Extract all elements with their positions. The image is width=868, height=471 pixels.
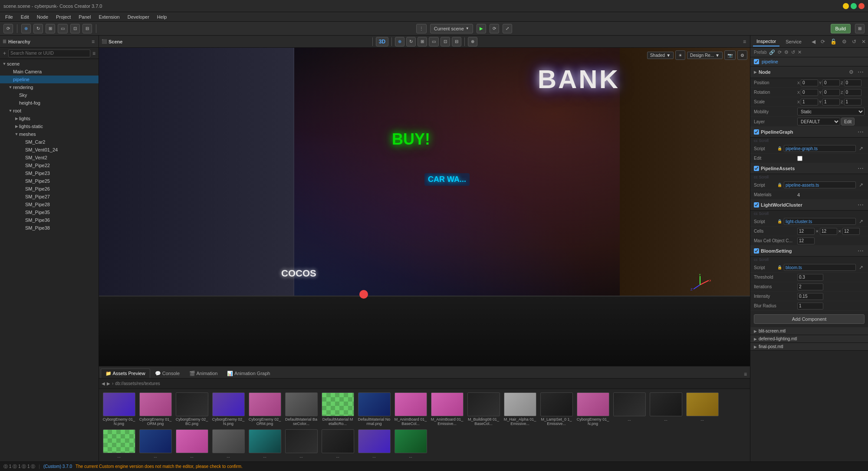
rotation-y-input[interactable] — [822, 89, 840, 96]
hierarchy-tree-item-10[interactable]: SM_Car2 — [0, 138, 99, 146]
inspector-refresh-btn[interactable]: ⟳ — [819, 38, 826, 46]
menu-extension[interactable]: Extension — [95, 13, 123, 20]
pipeline-assets-checkbox[interactable] — [754, 166, 759, 171]
path-back-btn[interactable]: ◀ — [102, 381, 105, 386]
hierarchy-tree-item-0[interactable]: ▼scene — [0, 60, 99, 68]
asset-item-20[interactable]: ... — [211, 428, 246, 459]
asset-item-12[interactable]: M_LampSet_0 1_Emissive... — [539, 392, 574, 427]
hierarchy-tree-item-19[interactable]: SM_Pipe35 — [0, 208, 99, 216]
blur-radius-input[interactable] — [797, 303, 823, 310]
pa-script-value[interactable]: pipeline-assets.ts — [784, 181, 856, 188]
scene-canvas[interactable]: BANK BUY! CAR WA... COCOS X Y Z — [99, 48, 750, 366]
hierarchy-tree-item-8[interactable]: ▶lights-static — [0, 122, 99, 130]
scale-x-input[interactable] — [801, 99, 818, 105]
bloom-script-value[interactable]: bloom.ts — [784, 264, 856, 271]
asset-item-10[interactable]: M_Building08 01_BaseCol... — [466, 392, 501, 427]
hierarchy-tree-item-14[interactable]: SM_Pipe23 — [0, 169, 99, 177]
hierarchy-tree-item-11[interactable]: SM_Vent01_24 — [0, 146, 99, 154]
hierarchy-tree-item-15[interactable]: SM_Pipe25 — [0, 177, 99, 185]
tab-inspector[interactable]: Inspector — [753, 37, 779, 46]
hierarchy-tree-item-13[interactable]: SM_Pipe22 — [0, 161, 99, 169]
blit-screen-section[interactable]: ▶ blit-screen.mtl — [750, 327, 868, 335]
intensity-input[interactable] — [797, 293, 823, 300]
rotation-z-input[interactable] — [844, 89, 861, 96]
toolbar-pause-btn[interactable]: ⟳ — [490, 24, 499, 33]
menu-file[interactable]: File — [2, 13, 16, 20]
rotation-x-input[interactable] — [801, 89, 818, 96]
position-x-input[interactable] — [801, 79, 818, 86]
bloom-checkbox[interactable] — [754, 248, 759, 254]
scene-rotate-btn2[interactable]: ↻ — [406, 37, 416, 46]
scene-transform-btn2[interactable]: ⊡ — [441, 37, 450, 46]
prefab-close-icon[interactable]: ✕ — [798, 49, 802, 55]
hierarchy-tree-item-5[interactable]: height-fog — [0, 99, 99, 107]
menu-project[interactable]: Project — [53, 13, 74, 20]
lw-script-open-btn[interactable]: ↗ — [858, 217, 865, 225]
hierarchy-menu-btn[interactable]: ≡ — [90, 38, 96, 46]
asset-item-23[interactable]: ... — [320, 428, 355, 459]
inspector-lock-btn[interactable]: 🔓 — [829, 38, 838, 46]
close-button[interactable]: ✕ — [858, 3, 865, 9]
hierarchy-tree-item-20[interactable]: SM_Pipe36 — [0, 216, 99, 224]
light-world-checkbox[interactable] — [754, 202, 759, 208]
hierarchy-tree-item-3[interactable]: ▼rendering — [0, 83, 99, 91]
hierarchy-tree-item-21[interactable]: SM_Pipe38 — [0, 224, 99, 232]
cells-z-input[interactable] — [842, 228, 860, 235]
hierarchy-search-input[interactable] — [8, 49, 90, 57]
inspector-collapse-btn[interactable]: ◀ — [810, 38, 817, 46]
asset-item-15[interactable]: ... — [648, 392, 683, 427]
asset-item-11[interactable]: M_Hair_Alpha 01_Emissive... — [503, 392, 537, 427]
hierarchy-tree-item-18[interactable]: SM_Pipe28 — [0, 201, 99, 208]
scene-rect-btn2[interactable]: ▭ — [429, 37, 439, 46]
asset-item-16[interactable]: ... — [685, 392, 720, 427]
asset-item-6[interactable]: DefaultMaterial MetallicRo... — [320, 392, 355, 427]
asset-item-24[interactable]: ... — [357, 428, 391, 459]
build-button[interactable]: Build — [831, 24, 851, 33]
layer-select[interactable]: DEFAULT — [797, 118, 840, 125]
prefab-checkbox[interactable] — [754, 59, 759, 64]
toolbar-rect-btn[interactable]: ▭ — [58, 24, 68, 33]
tab-console[interactable]: 💬 Console — [150, 369, 184, 378]
pipeline-assets-header[interactable]: PipelineAssets ⋯ — [750, 163, 868, 174]
scene-menu-btn[interactable]: ≡ — [742, 38, 747, 46]
tab-animation-graph[interactable]: 📊 Animation Graph — [222, 369, 275, 378]
pipeline-graph-checkbox[interactable] — [754, 129, 759, 135]
hierarchy-tree-item-7[interactable]: ▶lights — [0, 115, 99, 122]
asset-item-13[interactable]: CyborgEnemy 01_N.png — [575, 392, 610, 427]
light-world-header[interactable]: LightWorldCluster ⋯ — [750, 200, 868, 211]
inspector-settings-btn[interactable]: ⚙ — [841, 38, 848, 46]
node-section-more-btn[interactable]: ⋯ — [857, 69, 865, 76]
asset-item-18[interactable]: ... — [138, 428, 173, 459]
position-z-input[interactable] — [844, 79, 861, 86]
tab-service[interactable]: Service — [782, 37, 805, 46]
scale-z-input[interactable] — [844, 99, 861, 105]
prefab-reload-icon[interactable]: ↺ — [791, 49, 795, 55]
tab-animation[interactable]: 🎬 Animation — [184, 369, 222, 378]
cells-y-input[interactable] — [820, 228, 837, 235]
scene-settings-btn2[interactable]: ⚙ — [737, 50, 747, 60]
toolbar-play-btn[interactable]: ▶ — [477, 24, 486, 33]
bloom-header[interactable]: BloomSetting ⋯ — [750, 246, 868, 257]
menu-help[interactable]: Help — [154, 13, 171, 20]
scene-extra-btn[interactable]: ⊕ — [468, 37, 477, 46]
design-dropdown[interactable]: Design Re... ▼ — [687, 52, 723, 59]
menu-node[interactable]: Node — [33, 13, 52, 20]
cells-x-input[interactable] — [797, 228, 815, 235]
bloom-script-open-btn[interactable]: ↗ — [858, 263, 865, 271]
asset-item-2[interactable]: CyborgEnemy 02_BC.png — [174, 392, 209, 427]
asset-item-21[interactable]: ... — [247, 428, 282, 459]
scene-move-btn[interactable]: ⊕ — [395, 37, 404, 46]
hierarchy-tree-item-4[interactable]: Sky — [0, 91, 99, 99]
toolbar-rotate-btn[interactable]: ↻ — [33, 24, 43, 33]
menu-edit[interactable]: Edit — [17, 13, 33, 20]
hierarchy-tree-item-16[interactable]: SM_Pipe26 — [0, 185, 99, 193]
pipeline-graph-header[interactable]: PipelineGraph ⋯ — [750, 127, 868, 138]
mobility-select[interactable]: Static Stationary Dynamic — [797, 108, 865, 115]
final-post-section[interactable]: ▶ final-post.mtl — [750, 343, 868, 351]
asset-item-8[interactable]: M_AnimBoard 01_BaseCol... — [393, 392, 428, 427]
maximize-button[interactable]: □ — [851, 3, 857, 9]
pg-script-value[interactable]: pipeline-graph.ts — [784, 145, 856, 152]
tab-assets-preview[interactable]: 📁 Assets Preview — [101, 369, 150, 378]
hierarchy-tree-item-6[interactable]: ▼root — [0, 107, 99, 115]
menu-developer[interactable]: Developer — [124, 13, 153, 20]
